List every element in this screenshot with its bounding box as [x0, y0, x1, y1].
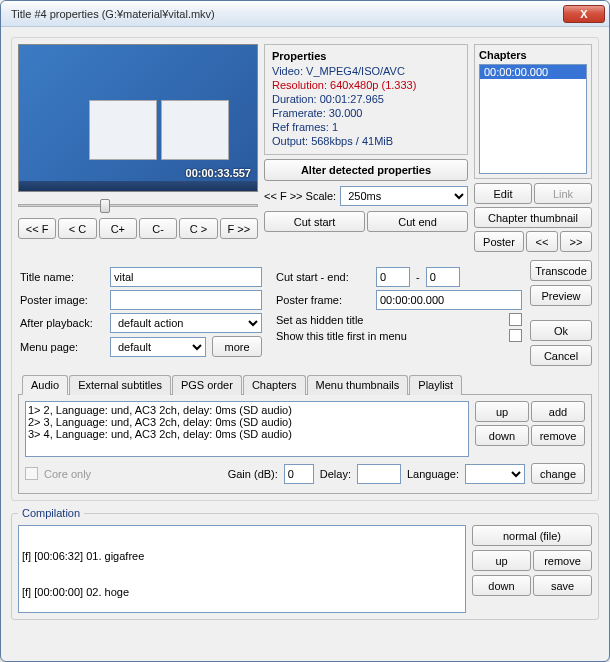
delay-input[interactable] [357, 464, 401, 484]
prop-video: Video: V_MPEG4/ISO/AVC [272, 65, 460, 77]
close-icon: X [580, 8, 587, 20]
comp-normal-button[interactable]: normal (file) [472, 525, 592, 546]
close-button[interactable]: X [563, 5, 605, 23]
comp-save-button[interactable]: save [533, 575, 592, 596]
frame-back-button[interactable]: << F [18, 218, 56, 239]
menupage-label: Menu page: [20, 341, 104, 353]
showfirst-checkbox[interactable] [509, 329, 522, 342]
preview-timestamp: 00:00:33.557 [186, 167, 251, 179]
properties-box: Properties Video: V_MPEG4/ISO/AVC Resolu… [264, 44, 468, 155]
hidden-title-label: Set as hidden title [276, 314, 503, 326]
more-button[interactable]: more [212, 336, 262, 357]
cutstartend-label: Cut start - end: [276, 271, 370, 283]
chapter-link-button[interactable]: Link [534, 183, 592, 204]
cancel-button[interactable]: Cancel [530, 345, 592, 366]
cutend-input[interactable] [426, 267, 460, 287]
frame-fwd-button[interactable]: F >> [220, 218, 258, 239]
compilation-group: Compilation [f] [00:06:32] 01. gigafree … [11, 507, 599, 620]
titlename-input[interactable] [110, 267, 262, 287]
coreonly-label: Core only [44, 468, 91, 480]
poster-next-button[interactable]: >> [560, 231, 592, 252]
chapters-list[interactable]: 00:00:00.000 [479, 64, 587, 174]
tab-chapters[interactable]: Chapters [243, 375, 306, 395]
gain-label: Gain (dB): [228, 468, 278, 480]
cutstart-input[interactable] [376, 267, 410, 287]
titlebar[interactable]: Title #4 properties (G:¥material¥vital.m… [1, 1, 609, 27]
posterframe-input[interactable] [376, 290, 522, 310]
menupage-select[interactable]: default [110, 337, 206, 357]
tab-strip: Audio External subtitles PGS order Chapt… [18, 374, 592, 395]
seek-slider[interactable] [18, 195, 258, 215]
comp-up-button[interactable]: up [472, 550, 531, 571]
tab-pgs-order[interactable]: PGS order [172, 375, 242, 395]
ok-button[interactable]: Ok [530, 320, 592, 341]
audio-down-button[interactable]: down [475, 425, 529, 446]
chapter-edit-button[interactable]: Edit [474, 183, 532, 204]
tab-audio[interactable]: Audio [22, 375, 68, 395]
scale-select[interactable]: 250ms [340, 186, 468, 206]
cut-end-button[interactable]: Cut end [367, 211, 468, 232]
c-minus-button[interactable]: C- [139, 218, 177, 239]
gain-input[interactable] [284, 464, 314, 484]
alter-properties-button[interactable]: Alter detected properties [264, 159, 468, 181]
showfirst-label: Show this title first in menu [276, 330, 503, 342]
chapter-item[interactable]: 00:00:00.000 [480, 65, 586, 79]
tab-playlist[interactable]: Playlist [409, 375, 462, 395]
comp-down-button[interactable]: down [472, 575, 531, 596]
prop-resolution: Resolution: 640x480p (1.333) [272, 79, 460, 91]
compilation-heading: Compilation [18, 507, 84, 519]
titlename-label: Title name: [20, 271, 104, 283]
compilation-item[interactable]: [f] [00:00:00] 02. hoge [19, 586, 465, 598]
video-preview[interactable]: 00:00:33.557 [18, 44, 258, 192]
c-plus-button[interactable]: C+ [99, 218, 137, 239]
scale-label: << F >> Scale: [264, 190, 336, 202]
audio-tracks-list[interactable]: 1> 2, Language: und, AC3 2ch, delay: 0ms… [25, 401, 469, 457]
posterframe-label: Poster frame: [276, 294, 370, 306]
prop-output: Output: 568kbps / 41MiB [272, 135, 460, 147]
tab-external-subtitles[interactable]: External subtitles [69, 375, 171, 395]
chapters-heading: Chapters [479, 49, 587, 61]
compilation-item[interactable]: [f] [00:06:32] 01. gigafree [19, 550, 465, 562]
audio-add-button[interactable]: add [531, 401, 585, 422]
chapter-fwd-button[interactable]: C > [179, 218, 217, 239]
language-label: Language: [407, 468, 459, 480]
audio-remove-button[interactable]: remove [531, 425, 585, 446]
poster-button[interactable]: Poster [474, 231, 524, 252]
prop-framerate: Framerate: 30.000 [272, 107, 460, 119]
poster-prev-button[interactable]: << [526, 231, 558, 252]
chapter-back-button[interactable]: < C [58, 218, 96, 239]
posterimage-input[interactable] [110, 290, 262, 310]
comp-remove-button[interactable]: remove [533, 550, 592, 571]
compilation-list[interactable]: [f] [00:06:32] 01. gigafree [f] [00:00:0… [18, 525, 466, 613]
transcode-button[interactable]: Transcode [530, 260, 592, 281]
prop-duration: Duration: 00:01:27.965 [272, 93, 460, 105]
preview-button[interactable]: Preview [530, 285, 592, 306]
language-select[interactable] [465, 464, 525, 484]
hidden-title-checkbox[interactable] [509, 313, 522, 326]
delay-label: Delay: [320, 468, 351, 480]
change-button[interactable]: change [531, 463, 585, 484]
tab-menu-thumbnails[interactable]: Menu thumbnails [307, 375, 409, 395]
afterplayback-select[interactable]: default action [110, 313, 262, 333]
chapter-thumbnail-button[interactable]: Chapter thumbnail [474, 207, 592, 228]
coreonly-checkbox[interactable] [25, 467, 38, 480]
prop-refframes: Ref frames: 1 [272, 121, 460, 133]
afterplayback-label: After playback: [20, 317, 104, 329]
cut-start-button[interactable]: Cut start [264, 211, 365, 232]
posterimage-label: Poster image: [20, 294, 104, 306]
properties-heading: Properties [272, 50, 460, 62]
audio-up-button[interactable]: up [475, 401, 529, 422]
window-title: Title #4 properties (G:¥material¥vital.m… [11, 8, 563, 20]
slider-thumb[interactable] [100, 199, 110, 213]
